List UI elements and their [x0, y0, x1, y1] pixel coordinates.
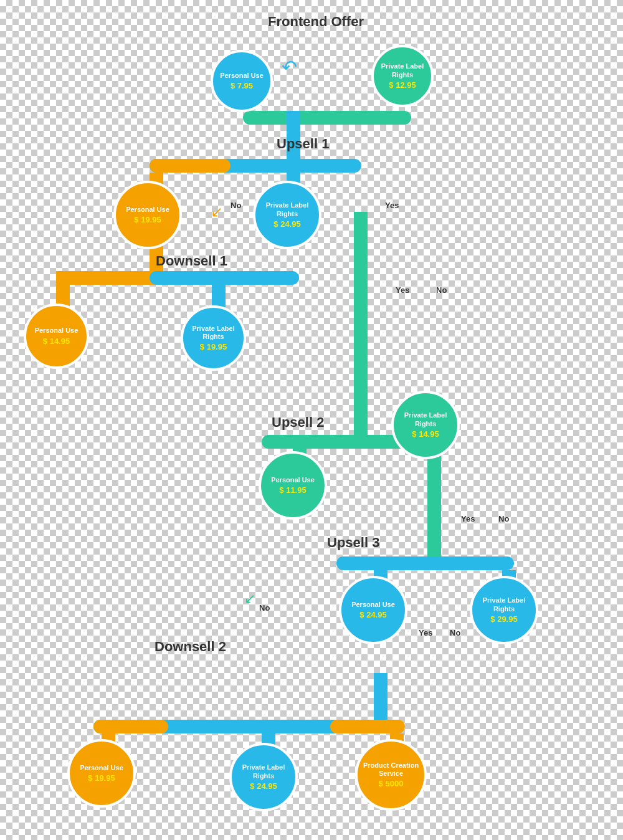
u3plr-yes-label: Yes [419, 628, 432, 637]
fe-plr-circle: Private Label Rights $ 12.95 [371, 45, 434, 107]
u1-plr-circle: Private Label Rights $ 24.95 [253, 181, 321, 249]
downsell2-label: Downsell 2 [155, 639, 226, 655]
u3plr-no-label: No [450, 628, 460, 637]
svg-rect-0 [243, 111, 411, 125]
svg-rect-3 [150, 159, 361, 173]
u2-plr-circle: Private Label Rights $ 14.95 [391, 391, 460, 459]
upsell2-label: Upsell 2 [272, 414, 324, 431]
svg-rect-20 [93, 720, 392, 733]
svg-rect-7 [56, 271, 165, 285]
u2-no-label: No [436, 285, 447, 295]
u1-no-arrow: ↙ [211, 203, 223, 221]
u3p-no-label: No [259, 603, 270, 613]
svg-rect-19 [374, 673, 388, 723]
d2-service-circle: Product Creation Service $ 5000 [355, 739, 427, 811]
frontend-offer-label: Frontend Offer [268, 14, 364, 30]
d2-plr-circle: Private Label Rights $ 24.95 [229, 743, 298, 811]
d1-personal-circle: Personal Use $ 14.95 [24, 303, 89, 369]
fe-personal-circle: Personal Use $ 7.95 [211, 50, 273, 112]
u1-no-label: No [231, 201, 241, 210]
d1-plr-circle: Private Label Rights $ 19.95 [181, 305, 246, 371]
u3-yes-label: Yes [461, 514, 475, 523]
svg-rect-4 [150, 159, 231, 173]
downsell1-label: Downsell 1 [156, 253, 227, 269]
u3-personal-circle: Personal Use $ 24.95 [339, 576, 407, 644]
u3p-no-arrow: ↙ [244, 591, 255, 607]
upsell3-label: Upsell 3 [327, 535, 379, 551]
d2-personal-circle: Personal Use $ 19.95 [67, 739, 136, 808]
fe-arrow: ↷ [282, 56, 297, 78]
upsell1-label: Upsell 1 [277, 136, 329, 152]
svg-rect-8 [150, 271, 299, 285]
u3-no-label: No [498, 514, 509, 523]
svg-rect-16 [336, 556, 514, 570]
u2-personal-circle: Personal Use $ 11.95 [259, 451, 327, 520]
svg-rect-15 [427, 489, 441, 558]
u1-yes-label: Yes [385, 201, 399, 210]
u2-yes-label: Yes [396, 285, 409, 295]
svg-rect-22 [330, 720, 405, 733]
u3-plr-circle: Private Label Rights $ 29.95 [470, 576, 538, 644]
svg-rect-21 [93, 720, 168, 733]
u1-personal-circle: Personal Use $ 19.95 [113, 181, 182, 249]
svg-rect-11 [354, 212, 368, 449]
